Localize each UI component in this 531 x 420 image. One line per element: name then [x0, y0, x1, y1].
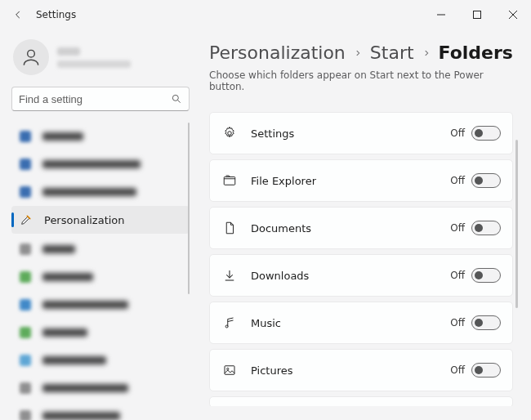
toggle-state: Off — [450, 270, 465, 281]
svg-point-9 — [225, 325, 228, 328]
toggle-settings[interactable] — [471, 126, 501, 141]
music-icon — [221, 315, 238, 331]
setting-label: Music — [251, 317, 450, 329]
user-email-blurred — [57, 60, 131, 68]
document-icon — [221, 220, 238, 236]
setting-label: Pictures — [251, 364, 450, 377]
avatar — [13, 39, 49, 75]
setting-label: File Explorer — [251, 175, 450, 187]
breadcrumb: Personalization Start Folders — [209, 42, 520, 63]
setting-row-music: Music Off — [209, 302, 513, 344]
nav-item-blurred[interactable] — [11, 402, 190, 420]
nav-item-blurred[interactable] — [11, 346, 190, 374]
toggle-music[interactable] — [471, 315, 501, 330]
nav-item-blurred[interactable] — [11, 374, 190, 402]
sidebar: Personalization — [0, 29, 198, 420]
nav-item-blurred[interactable] — [11, 319, 190, 346]
svg-point-11 — [227, 368, 229, 369]
main-panel: Personalization Start Folders Choose whi… — [198, 29, 531, 420]
toggle-pictures[interactable] — [471, 363, 501, 378]
toggle-state: Off — [450, 222, 465, 234]
svg-rect-8 — [224, 177, 235, 185]
toggle-file-explorer[interactable] — [471, 173, 501, 188]
maximize-button[interactable] — [459, 2, 495, 28]
nav-item-blurred[interactable] — [11, 291, 190, 319]
toggle-documents[interactable] — [471, 221, 501, 235]
settings-list: Settings Off File Explorer Off Documents… — [209, 112, 520, 406]
toggle-downloads[interactable] — [471, 268, 501, 283]
crumb-start[interactable]: Start — [370, 42, 414, 63]
download-icon — [221, 267, 238, 284]
paintbrush-icon — [20, 213, 33, 226]
nav-label: Personalization — [44, 214, 125, 226]
window-controls — [423, 2, 531, 28]
crumb-personalization[interactable]: Personalization — [209, 42, 346, 63]
minimize-button[interactable] — [423, 2, 459, 28]
crumb-folders: Folders — [439, 42, 513, 63]
titlebar: Settings — [0, 0, 531, 29]
user-name-blurred — [57, 47, 80, 56]
setting-label: Settings — [251, 127, 450, 140]
toggle-state: Off — [450, 364, 465, 376]
setting-row-partial — [209, 396, 513, 406]
nav-list: Personalization — [11, 123, 190, 420]
toggle-state: Off — [450, 175, 465, 186]
svg-line-6 — [177, 100, 180, 102]
setting-row-documents: Documents Off — [209, 207, 513, 249]
setting-row-file-explorer: File Explorer Off — [209, 159, 513, 202]
svg-point-5 — [172, 95, 178, 101]
user-account[interactable] — [11, 36, 190, 87]
chevron-right-icon — [422, 49, 431, 57]
close-button[interactable] — [495, 2, 531, 28]
setting-row-pictures: Pictures Off — [209, 349, 513, 391]
svg-point-4 — [28, 50, 35, 57]
nav-item-blurred[interactable] — [11, 178, 190, 206]
toggle-state: Off — [450, 317, 465, 328]
back-button[interactable] — [7, 3, 29, 26]
nav-item-blurred[interactable] — [11, 235, 190, 263]
nav-item-personalization[interactable]: Personalization — [11, 206, 190, 234]
gear-icon — [221, 125, 238, 141]
setting-row-downloads: Downloads Off — [209, 254, 513, 297]
setting-label: Documents — [251, 222, 450, 235]
toggle-state: Off — [450, 127, 465, 139]
window-title: Settings — [36, 9, 76, 20]
nav-item-blurred[interactable] — [11, 150, 190, 178]
pictures-icon — [221, 362, 238, 378]
setting-label: Downloads — [251, 270, 450, 282]
nav-item-blurred[interactable] — [11, 263, 190, 291]
chevron-right-icon — [354, 49, 362, 57]
search-box[interactable] — [11, 87, 190, 111]
sidebar-scrollbar[interactable] — [188, 123, 190, 294]
page-description: Choose which folders appear on Start nex… — [209, 69, 520, 92]
svg-rect-1 — [474, 11, 481, 19]
main-scrollbar[interactable] — [515, 140, 518, 308]
search-icon — [171, 93, 182, 105]
folder-explorer-icon — [221, 172, 238, 189]
svg-rect-10 — [225, 366, 234, 375]
svg-point-7 — [228, 132, 232, 136]
setting-row-settings: Settings Off — [209, 112, 513, 154]
nav-item-blurred[interactable] — [11, 123, 190, 150]
search-input[interactable] — [19, 93, 171, 105]
